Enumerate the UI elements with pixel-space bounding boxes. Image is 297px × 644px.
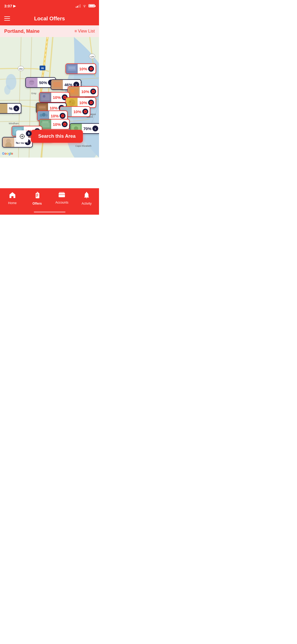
offer-image-4 [68, 87, 80, 96]
svg-text:Gray: Gray [31, 92, 36, 95]
svg-point-60 [45, 114, 48, 117]
offer-pct-9: 10% [51, 114, 59, 118]
offer-pin-4[interactable]: 10% [68, 86, 98, 97]
location-label: Portland, Maine [4, 29, 40, 34]
view-list-label: View List [78, 29, 95, 34]
dollar-icon-left: $ [13, 105, 19, 111]
nav-accounts[interactable]: Accounts [50, 191, 74, 204]
wifi-icon [82, 4, 87, 8]
svg-rect-91 [59, 192, 64, 193]
svg-rect-90 [59, 195, 61, 196]
google-logo: Google [2, 152, 13, 155]
svg-rect-63 [42, 121, 49, 123]
messenger-icon-9 [60, 113, 65, 119]
svg-rect-47 [41, 94, 50, 100]
svg-point-52 [72, 103, 73, 104]
svg-rect-36 [30, 81, 34, 82]
menu-button[interactable] [4, 16, 10, 21]
offer-pct-7: 10% [50, 106, 58, 110]
location-bar: Portland, Maine ≡ View List [0, 25, 99, 37]
location-arrow-icon: ▶ [13, 4, 16, 8]
svg-point-59 [42, 113, 46, 117]
activity-icon [83, 191, 90, 201]
offer-image-5 [40, 93, 51, 102]
svg-text:$: $ [16, 108, 17, 110]
svg-text:Cape Elizabeth: Cape Elizabeth [75, 145, 91, 147]
offer-pct-10: 10% [53, 122, 61, 127]
accounts-icon [58, 191, 65, 200]
svg-text:125: 125 [90, 56, 94, 58]
svg-rect-62 [41, 123, 50, 127]
svg-text:$: $ [76, 84, 77, 86]
nav-offers-label: Offers [32, 202, 42, 205]
home-icon [9, 191, 16, 200]
svg-rect-40 [53, 82, 61, 87]
nav-home-label: Home [8, 201, 17, 205]
status-time: 3:07 [4, 4, 12, 8]
messenger-icon-4 [90, 89, 96, 94]
svg-text:95: 95 [41, 67, 44, 70]
messenger-icon-10 [62, 121, 68, 127]
svg-point-88 [21, 136, 23, 137]
messenger-icon-8 [82, 109, 88, 114]
spacer [0, 158, 99, 167]
svg-point-50 [68, 99, 75, 106]
home-indicator [34, 211, 65, 213]
search-area-container: Search this Area [0, 130, 99, 143]
nav-offers[interactable]: Offers [25, 191, 50, 205]
offer-pin-left[interactable]: % $ [0, 103, 21, 114]
offer-pct-5: 10% [53, 95, 61, 100]
nav-activity-label: Activity [82, 202, 92, 205]
offer-pct-8: 10% [73, 109, 81, 114]
svg-point-51 [69, 101, 71, 103]
notification-badge: 9 [26, 131, 32, 136]
offer-pct-2: 50% [39, 80, 47, 85]
app-header: Local Offers [0, 12, 99, 25]
search-area-button[interactable]: Search this Area [31, 130, 83, 143]
messenger-icon-6 [88, 100, 94, 105]
status-icons [76, 4, 95, 8]
map-area[interactable]: 95 202 112 77 125 Raymond Gray North Yar… [0, 37, 99, 158]
view-list-button[interactable]: ≡ View List [74, 29, 95, 34]
svg-rect-45 [71, 90, 74, 93]
status-bar: 3:07 ▶ [0, 0, 99, 12]
messenger-icon-1 [88, 66, 94, 72]
offer-pct-1: 10% [79, 67, 87, 71]
list-icon: ≡ [74, 29, 77, 34]
offer-image-left [0, 104, 7, 113]
svg-text:202: 202 [19, 68, 23, 70]
bottom-nav: Home Offers Accounts Activity [0, 188, 99, 215]
svg-point-48 [43, 95, 45, 98]
signal-icon [76, 4, 81, 8]
nav-home[interactable]: Home [0, 191, 25, 205]
offer-pin-1[interactable]: 10% [65, 63, 96, 74]
offer-image-1 [66, 64, 78, 73]
svg-rect-33 [69, 67, 75, 69]
offer-pct-6: 10% [79, 100, 87, 105]
offer-pin-10[interactable]: 10% [39, 119, 70, 130]
svg-point-30 [4, 85, 11, 95]
svg-text:Windham: Windham [9, 122, 19, 125]
svg-point-35 [29, 80, 34, 85]
page-title: Local Offers [34, 16, 65, 22]
offer-pin-5[interactable]: 10% [39, 92, 70, 103]
svg-rect-55 [39, 106, 45, 108]
offer-pct-left: % [9, 106, 12, 111]
offer-image-6 [66, 98, 78, 107]
offer-image-3 [51, 80, 63, 89]
offers-icon [34, 191, 41, 201]
offer-pct-4: 10% [81, 89, 89, 94]
nav-accounts-label: Accounts [55, 201, 68, 204]
nav-activity[interactable]: Activity [74, 191, 99, 205]
offer-image-2 [26, 78, 37, 87]
battery-icon [88, 4, 95, 7]
